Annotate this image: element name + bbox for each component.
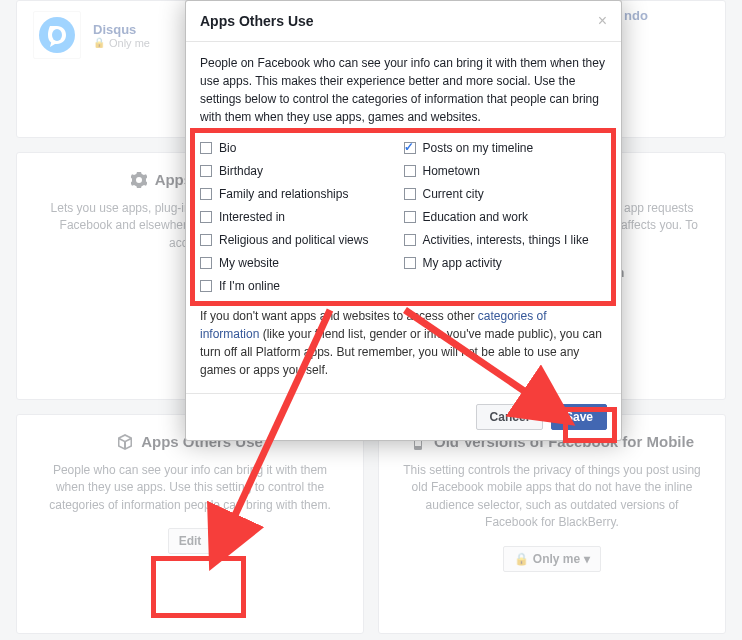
annotation-box-checkboxes (190, 128, 616, 306)
dialog-title: Apps Others Use (200, 13, 314, 29)
close-icon[interactable]: × (598, 14, 607, 28)
dialog-note: If you don't want apps and websites to a… (200, 307, 607, 379)
annotation-box-edit (151, 556, 246, 618)
dialog-description: People on Facebook who can see your info… (200, 54, 607, 126)
annotation-box-save (563, 407, 617, 443)
cancel-button[interactable]: Cancel (476, 404, 543, 430)
